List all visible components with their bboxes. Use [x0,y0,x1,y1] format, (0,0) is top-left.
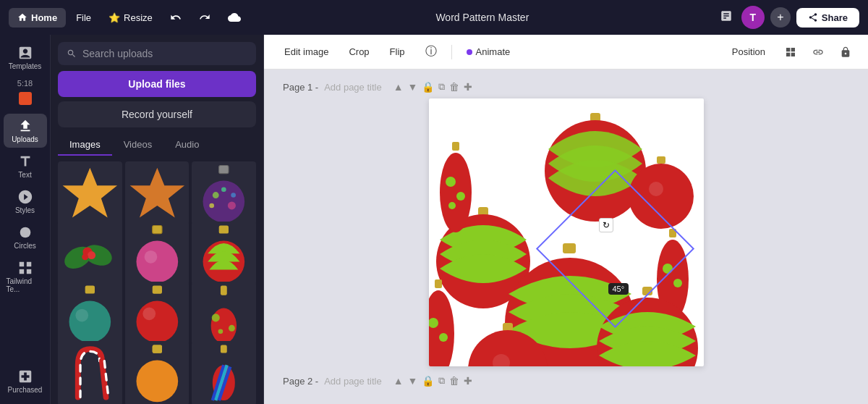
page-lock-icon[interactable]: 🔒 [422,81,434,93]
svg-rect-57 [669,229,676,237]
page2-add-icon[interactable]: ✚ [464,375,472,387]
svg-rect-38 [221,345,227,353]
avatar-initials: T [750,12,757,23]
tab-videos[interactable]: Videos [112,135,164,156]
avatar[interactable]: T [741,6,765,29]
thumb-checker-ball[interactable] [192,222,256,286]
search-input[interactable] [82,48,247,59]
svg-point-9 [213,192,219,198]
svg-point-52 [456,192,465,201]
color-swatch[interactable] [19,92,32,105]
analytics-icon[interactable] [717,7,736,28]
svg-rect-47 [563,243,576,253]
thumb-ornament-drop[interactable] [192,282,256,346]
svg-marker-6 [129,168,184,218]
svg-point-25 [69,300,111,342]
sidebar-templates-label: Templates [9,62,42,70]
page-copy-icon[interactable]: ⧉ [438,81,445,93]
svg-point-17 [88,251,95,259]
file-button[interactable]: File [69,8,98,28]
tab-audio[interactable]: Audio [163,135,210,156]
tab-images[interactable]: Images [58,135,112,156]
page1-label: Page 1 - [283,82,318,93]
add-collaborator-button[interactable]: + [770,7,791,28]
resize-button[interactable]: ⭐ Resize [101,8,160,28]
cloud-button[interactable] [221,7,248,28]
home-label: Home [31,12,57,23]
page1-icons: ▲ ▼ 🔒 ⧉ 🗑 ✚ [393,81,473,93]
sidebar-item-uploads[interactable]: Uploads [4,114,47,148]
sidebar-item-purchased[interactable]: Purchased [4,364,47,398]
info-button[interactable]: ⓘ [417,40,446,64]
sidebar-item-circles[interactable]: Circles [4,220,47,254]
link-icon[interactable] [807,41,829,63]
svg-rect-64 [642,287,652,295]
svg-point-20 [136,240,178,282]
page-nav-down[interactable]: ▼ [408,81,418,93]
share-button[interactable]: Share [796,8,859,28]
position-button[interactable]: Position [723,42,774,62]
upload-files-button[interactable]: Upload files [58,71,256,97]
svg-point-67 [429,290,454,366]
record-yourself-button[interactable]: Record yourself [58,101,256,127]
sidebar-item-text[interactable]: Text [4,149,47,183]
page2-delete-icon[interactable]: 🗑 [449,375,459,387]
svg-rect-27 [152,285,161,293]
sidebar-item-tailwind[interactable]: Tailwind Te... [4,256,47,298]
thumb-holly[interactable] [58,222,122,286]
page-add-icon[interactable]: ✚ [464,81,472,93]
rotation-icon: ↻ [599,218,613,232]
svg-rect-19 [152,225,161,233]
svg-point-12 [210,203,215,209]
sidebar-circles-label: Circles [14,242,36,250]
canvas-frame[interactable]: ↻ 45° [429,98,704,366]
search-box[interactable] [58,42,256,65]
flip-label: Flip [390,46,405,57]
page2-nav-down[interactable]: ▼ [408,375,418,387]
crop-button[interactable]: Crop [340,42,378,62]
thumb-star1[interactable] [58,161,122,226]
svg-rect-24 [85,285,95,293]
sidebar-item-styles[interactable]: Styles [4,185,47,219]
rotation-degrees-text: 45° [613,285,625,293]
redo-button[interactable] [192,7,218,28]
resize-label: Resize [124,12,153,23]
tab-images-label: Images [69,139,101,150]
page2-lock-icon[interactable]: 🔒 [422,375,434,387]
thumb-star2[interactable] [125,161,190,226]
sidebar-text-label: Text [18,171,31,179]
undo-button[interactable] [163,7,189,28]
thumb-teal-ball[interactable] [58,282,122,346]
page1-header: Page 1 - Add page title ▲ ▼ 🔒 ⧉ 🗑 ✚ [283,81,558,93]
svg-point-0 [20,227,30,238]
svg-rect-66 [435,279,442,288]
page2-header: Page 2 - Add page title ▲ ▼ 🔒 ⧉ 🗑 ✚ [283,375,558,387]
thumb-pink-ball[interactable] [125,222,190,286]
thumb-red-ball[interactable] [125,282,190,346]
flip-button[interactable]: Flip [381,42,414,62]
sidebar-item-templates[interactable]: Templates [4,41,47,75]
animate-button[interactable]: Animate [458,42,519,62]
svg-point-28 [136,300,178,342]
page2-nav-up[interactable]: ▲ [393,375,404,387]
svg-rect-7 [219,166,229,174]
thumb-candy1[interactable] [58,341,122,404]
home-button[interactable]: Home [9,8,66,28]
edit-image-button[interactable]: Edit image [276,42,337,62]
thumb-striped-ornament[interactable] [192,341,256,404]
svg-point-21 [144,251,157,264]
page2-copy-icon[interactable]: ⧉ [438,375,445,387]
animate-dot [467,49,472,55]
page-nav-up[interactable]: ▲ [393,81,404,93]
page2-add-title[interactable]: Add page title [324,376,382,387]
thumb-ball3[interactable] [125,341,190,404]
animate-label: Animate [476,46,511,57]
page1-add-title[interactable]: Add page title [324,82,382,93]
page-delete-icon[interactable]: 🗑 [449,81,459,93]
toolbar-right: Position [723,41,856,63]
grid-icon[interactable] [780,41,801,63]
svg-point-11 [221,187,226,192]
thumb-ball1[interactable] [192,161,256,226]
lock-icon[interactable] [835,41,856,63]
svg-rect-30 [221,285,227,295]
